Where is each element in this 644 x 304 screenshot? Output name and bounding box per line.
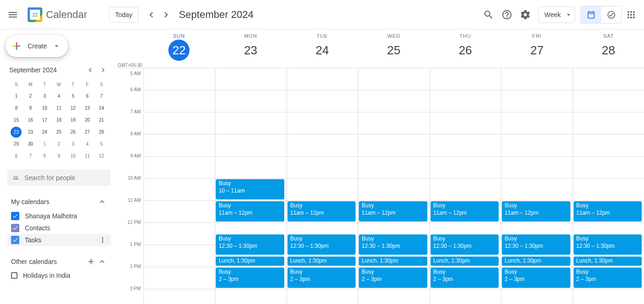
mini-day-cell[interactable]: 5 [68,91,79,102]
mini-day-cell[interactable]: 4 [82,139,93,150]
mini-day-cell[interactable]: 26 [68,127,79,138]
mini-day-cell[interactable]: 2 [53,139,64,150]
calendar-event[interactable]: Lunch, 1:30pm [358,256,427,266]
mini-day-cell[interactable]: 19 [68,115,79,126]
day-column[interactable]: Busy11am – 12pmBusy12:30 – 1:30pmLunch, … [573,68,644,304]
mini-day-cell[interactable]: 23 [25,127,36,138]
mini-day-cell[interactable]: 25 [53,127,64,138]
calendar-options-button[interactable] [98,236,107,244]
calendar-event[interactable]: Busy10 – 11am [215,179,284,200]
mini-day-cell[interactable]: 1 [11,91,22,102]
mini-day-cell[interactable]: 9 [53,151,64,162]
calendar-checkbox[interactable] [11,236,19,244]
mini-day-cell[interactable]: 16 [25,115,36,126]
mini-day-cell[interactable]: 11 [82,151,93,162]
mini-day-cell[interactable]: 17 [39,115,50,126]
my-calendars-toggle[interactable]: My calendars [7,193,110,210]
day-column[interactable]: Busy11am – 12pmBusy12:30 – 1:30pmLunch, … [287,68,358,304]
search-people-field[interactable] [24,174,105,181]
plus-icon[interactable] [86,257,96,266]
mini-day-cell[interactable]: 3 [68,139,79,150]
day-column[interactable]: Busy10 – 11amBusy11am – 12pmBusy12:30 – … [215,68,286,304]
mini-day-cell[interactable]: 6 [11,151,22,162]
calendar-checkbox[interactable] [11,224,19,232]
calendar-event[interactable]: Lunch, 1:30pm [501,256,570,266]
search-button[interactable] [479,6,498,24]
day-header[interactable]: FRI27 [501,29,573,68]
main-menu-button[interactable] [4,6,22,24]
mini-day-cell[interactable]: 27 [82,127,93,138]
other-calendars-toggle[interactable]: Other calendars [7,253,110,270]
mini-day-cell[interactable]: 18 [53,115,64,126]
calendar-event[interactable]: Busy12:30 – 1:30pm [215,234,284,255]
mini-day-cell[interactable]: 28 [96,127,107,138]
day-header[interactable]: TUE24 [286,29,358,68]
mini-day-cell[interactable]: 13 [82,103,93,114]
calendar-event[interactable]: Busy2 – 3pm [573,267,642,288]
prev-period-button[interactable] [144,7,159,22]
mini-day-cell[interactable]: 10 [39,103,50,114]
calendar-event[interactable]: Busy2 – 3pm [287,267,356,288]
mini-day-cell[interactable]: 2 [25,91,36,102]
calendar-event[interactable]: Busy2 – 3pm [358,267,427,288]
mini-day-cell[interactable]: 24 [39,127,50,138]
mini-day-cell[interactable]: 22 [11,127,22,138]
calendar-event[interactable]: Busy12:30 – 1:30pm [501,234,570,255]
calendar-list-item[interactable]: Tasks [7,234,110,246]
day-column[interactable]: Busy11am – 12pmBusy12:30 – 1:30pmLunch, … [430,68,501,304]
calendar-checkbox[interactable] [11,212,19,220]
mini-day-cell[interactable]: 21 [96,115,107,126]
calendar-event[interactable]: Busy11am – 12pm [430,201,499,222]
mini-day-cell[interactable]: 15 [11,115,22,126]
calendar-event[interactable]: Busy2 – 3pm [215,267,284,288]
calendar-list-item[interactable]: Shanaya Malhotra [7,210,110,222]
mini-day-cell[interactable]: 1 [39,139,50,150]
calendar-event[interactable]: Busy12:30 – 1:30pm [430,234,499,255]
day-header[interactable]: SAT28 [572,29,644,68]
mini-day-cell[interactable]: 12 [68,103,79,114]
day-column[interactable]: Busy11am – 12pmBusy12:30 – 1:30pmLunch, … [358,68,429,304]
calendar-event[interactable]: Busy2 – 3pm [430,267,499,288]
mini-day-cell[interactable]: 11 [53,103,64,114]
calendar-event[interactable]: Busy11am – 12pm [287,201,356,222]
calendar-event[interactable]: Busy11am – 12pm [573,201,642,222]
calendar-event[interactable]: Busy11am – 12pm [215,201,284,222]
calendar-event[interactable]: Busy12:30 – 1:30pm [287,234,356,255]
today-button[interactable]: Today [109,7,138,23]
mini-day-cell[interactable]: 8 [39,151,50,162]
day-column[interactable] [144,68,215,304]
mini-day-cell[interactable]: 14 [96,103,107,114]
mini-day-cell[interactable]: 5 [96,139,107,150]
calendar-list-item[interactable]: Holidays in India [7,270,110,281]
create-button[interactable]: Create [6,35,68,57]
mini-day-cell[interactable]: 7 [25,151,36,162]
mini-day-cell[interactable]: 20 [82,115,93,126]
settings-button[interactable] [516,6,535,24]
mini-day-cell[interactable]: 10 [68,151,79,162]
day-column[interactable]: Busy11am – 12pmBusy12:30 – 1:30pmLunch, … [501,68,572,304]
mini-day-cell[interactable]: 4 [53,91,64,102]
mini-day-cell[interactable]: 3 [39,91,50,102]
mini-day-cell[interactable]: 8 [11,103,22,114]
calendar-panel-button[interactable] [581,6,601,23]
calendar-event[interactable]: Lunch, 1:30pm [573,256,642,266]
view-switcher[interactable]: Week [538,6,575,23]
next-period-button[interactable] [159,7,173,22]
calendar-event[interactable]: Lunch, 1:30pm [215,256,284,266]
calendar-event[interactable]: Busy2 – 3pm [501,267,570,288]
mini-day-cell[interactable]: 7 [96,91,107,102]
calendar-event[interactable]: Lunch, 1:30pm [430,256,499,266]
mini-day-cell[interactable]: 9 [25,103,36,114]
tasks-panel-button[interactable] [601,6,621,23]
day-header[interactable]: SUN22 [144,29,215,68]
calendar-list-item[interactable]: Contacts [7,222,110,234]
day-header[interactable]: WED25 [358,29,430,68]
mini-day-cell[interactable]: 29 [11,139,22,150]
calendar-event[interactable]: Busy12:30 – 1:30pm [358,234,427,255]
calendar-event[interactable]: Lunch, 1:30pm [287,256,356,266]
calendar-event[interactable]: Busy12:30 – 1:30pm [573,234,642,255]
calendar-event[interactable]: Busy11am – 12pm [358,201,427,222]
calendar-checkbox[interactable] [11,272,17,279]
support-button[interactable] [498,6,516,24]
mini-prev-button[interactable] [85,64,96,76]
